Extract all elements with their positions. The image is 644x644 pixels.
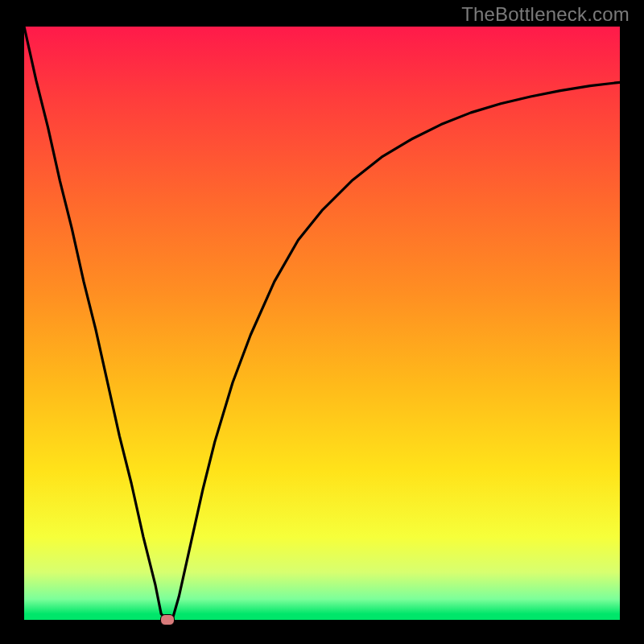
minimum-marker: [160, 614, 175, 625]
plot-area: [24, 27, 620, 620]
chart-frame: TheBottleneck.com: [0, 0, 644, 644]
curve-line: [24, 27, 620, 620]
watermark-text: TheBottleneck.com: [461, 3, 630, 26]
